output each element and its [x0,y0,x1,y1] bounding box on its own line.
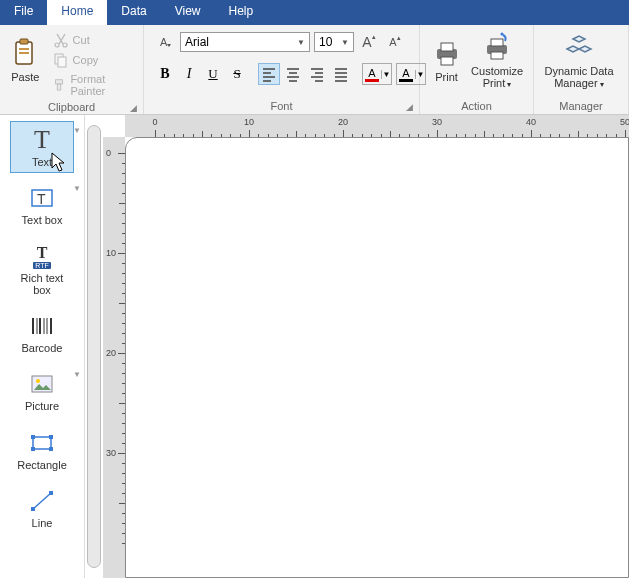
ruler-horizontal: 01020304050 [125,115,629,137]
font-name-select[interactable]: Arial▼ [180,32,310,52]
chevron-down-icon[interactable]: ▼ [381,70,391,79]
italic-button[interactable]: I [178,63,200,85]
svg-rect-35 [49,491,53,495]
svg-rect-9 [57,84,60,90]
svg-line-33 [33,493,51,509]
tool-picture-label: Picture [25,400,59,412]
ribbon-group-font: A Arial▼ 10▼ A▴ A▴ B I U S [144,25,420,114]
paste-button[interactable]: Paste [6,29,45,91]
chevron-down-icon[interactable]: ▼ [73,126,81,135]
font-color-button[interactable]: A ▼ [362,63,392,85]
font-dialog-icon[interactable]: A [154,31,176,53]
svg-rect-3 [19,52,29,54]
font-color-swatch [365,79,379,82]
font-group-label: Font [270,100,292,112]
ribbon-group-clipboard: Paste Cut Copy Format Painter Clipboard◢ [0,25,144,114]
fill-color-swatch [399,79,413,82]
copy-button[interactable]: Copy [49,51,137,69]
chevron-down-icon: ▼ [341,38,349,47]
svg-rect-15 [491,39,503,46]
line-icon [28,487,56,515]
svg-rect-32 [49,447,53,451]
ribbon: Paste Cut Copy Format Painter Clipboard◢ [0,25,629,115]
svg-rect-29 [31,435,35,439]
cut-label: Cut [73,34,90,46]
tool-textbox-label: Text box [22,214,63,226]
svg-rect-8 [55,80,62,84]
tool-line[interactable]: Line [10,482,74,534]
clipboard-launcher-icon[interactable]: ◢ [130,103,137,113]
tool-barcode-label: Barcode [22,342,63,354]
ruler-vertical: 0102030 [103,137,125,578]
font-color-letter: A [368,67,375,79]
menu-data[interactable]: Data [107,0,160,25]
svg-point-17 [501,32,504,35]
svg-rect-16 [491,52,503,59]
format-painter-button[interactable]: Format Painter [49,71,137,99]
svg-text:A: A [160,36,168,48]
align-center-button[interactable] [282,63,304,85]
grow-font-button[interactable]: A▴ [358,31,380,53]
align-left-button[interactable] [258,63,280,85]
svg-text:T: T [37,191,46,207]
dynamic-data-icon [563,31,595,63]
customize-print-button[interactable]: Customize Print ▾ [467,29,527,91]
workspace: T Text ▼ T Text box ▼ TRTF Rich text box… [0,115,629,578]
cut-button[interactable]: Cut [49,31,137,49]
menu-home[interactable]: Home [47,0,107,25]
fill-color-letter: A [402,67,409,79]
manager-group-label: Manager [559,100,602,112]
customize-print-icon [481,31,513,63]
menu-help[interactable]: Help [215,0,268,25]
print-button[interactable]: Print [426,29,467,91]
svg-rect-1 [20,39,28,44]
vertical-scrollbar[interactable] [87,125,101,568]
copy-icon [53,53,69,67]
toolbox: T Text ▼ T Text box ▼ TRTF Rich text box… [0,115,85,578]
action-group-label: Action [461,100,492,112]
svg-point-4 [55,43,59,47]
strikethrough-button[interactable]: S [226,63,248,85]
dynamic-data-label: Dynamic Data Manager ▾ [540,65,618,90]
font-launcher-icon[interactable]: ◢ [406,102,413,112]
paste-icon [9,37,41,69]
align-justify-button[interactable] [330,63,352,85]
underline-button[interactable]: U [202,63,224,85]
tool-rtf-label: Rich text box [11,272,73,296]
align-right-button[interactable] [306,63,328,85]
tool-picture[interactable]: Picture ▼ [10,365,74,417]
format-painter-icon [53,78,67,92]
bold-button[interactable]: B [154,63,176,85]
format-painter-label: Format Painter [70,73,133,97]
dynamic-data-manager-button[interactable]: Dynamic Data Manager ▾ [540,29,618,91]
svg-rect-31 [31,447,35,451]
shrink-font-button[interactable]: A▴ [384,31,406,53]
font-name-value: Arial [185,35,209,49]
tool-text[interactable]: T Text ▼ [10,121,74,173]
tool-text-label: Text [32,156,52,168]
clipboard-group-label: Clipboard [48,101,95,113]
tool-barcode[interactable]: Barcode [10,307,74,359]
picture-icon [28,370,56,398]
svg-point-5 [63,43,67,47]
print-label: Print [435,71,458,83]
barcode-icon [28,312,56,340]
svg-rect-28 [33,437,51,449]
design-canvas[interactable] [125,137,629,578]
chevron-down-icon[interactable]: ▼ [73,370,81,379]
svg-point-27 [36,379,40,383]
chevron-down-icon[interactable]: ▼ [73,184,81,193]
menu-bar: File Home Data View Help [0,0,629,25]
svg-rect-2 [19,48,29,50]
tool-rectangle[interactable]: Rectangle [10,424,74,476]
menu-view[interactable]: View [161,0,215,25]
tool-rich-textbox[interactable]: TRTF Rich text box [10,237,74,301]
cursor-icon [51,152,67,172]
font-size-select[interactable]: 10▼ [314,32,354,52]
cut-icon [53,33,69,47]
menu-file[interactable]: File [0,0,47,25]
tool-textbox[interactable]: T Text box ▼ [10,179,74,231]
svg-rect-12 [441,43,453,51]
font-size-value: 10 [319,35,332,49]
ribbon-group-action: Print Customize Print ▾ Action [420,25,534,114]
